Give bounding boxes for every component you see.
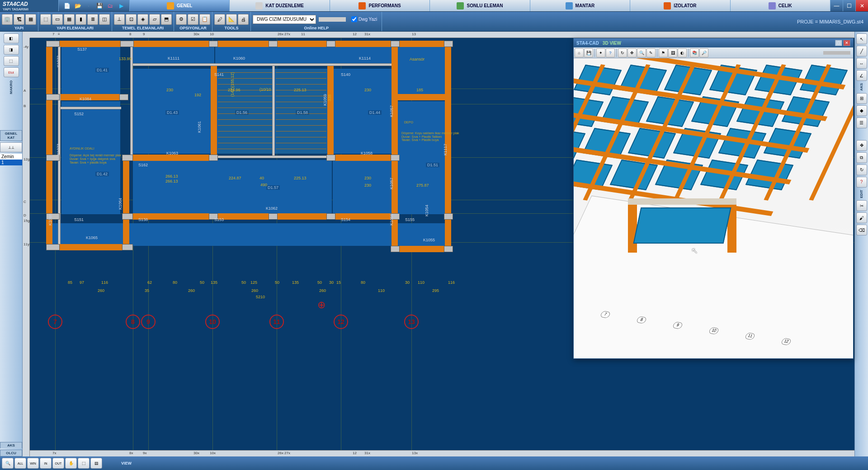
- dwg-yazi-checkbox[interactable]: Dwg Yazi: [349, 16, 380, 22]
- group-yapi-el: ⬚ ▭ ▦ ▮ ≣ ◫ YAPI ELEMANLARI: [38, 12, 112, 31]
- found4-icon[interactable]: ▱: [149, 14, 160, 25]
- pan-icon[interactable]: ✋: [65, 458, 77, 469]
- rotate3d-icon[interactable]: ↻: [618, 48, 627, 57]
- tab-izolator[interactable]: IZOLATOR: [630, 0, 730, 11]
- 3d-icon[interactable]: ⬚: [78, 458, 90, 469]
- opt2-icon[interactable]: ☑: [188, 14, 198, 25]
- open-icon[interactable]: 📂: [73, 1, 82, 10]
- move-icon[interactable]: ✥: [856, 140, 867, 151]
- tab-sonlu[interactable]: SONLU ELEMAN: [429, 0, 529, 11]
- separator: [657, 49, 657, 57]
- zoom-all-icon[interactable]: ALL: [14, 458, 26, 469]
- zoom3d-icon[interactable]: 🔍: [637, 48, 646, 57]
- separator: [616, 49, 617, 57]
- beam-icon[interactable]: ▭: [52, 14, 63, 25]
- found3-icon[interactable]: ◈: [137, 14, 148, 25]
- tab-performans[interactable]: PERFORMANS: [330, 0, 429, 11]
- flag3d-icon[interactable]: ⚑: [659, 48, 668, 57]
- found5-icon[interactable]: ⬒: [161, 14, 172, 25]
- edit3d-icon[interactable]: ✎: [646, 48, 656, 57]
- close-button[interactable]: ✕: [855, 0, 868, 11]
- tree-icon[interactable]: ☰: [856, 118, 867, 128]
- rotate-icon[interactable]: ↻: [856, 164, 867, 175]
- save-as-icon[interactable]: 🗂: [106, 1, 115, 10]
- slab-icon[interactable]: ▦: [64, 14, 75, 25]
- col-icon[interactable]: ⬚: [40, 14, 51, 25]
- panel-3d-viewport[interactable]: ↖789101112: [574, 58, 853, 358]
- tab-mantar[interactable]: MANTAR: [530, 0, 630, 11]
- opt1-icon[interactable]: ⚙: [176, 14, 187, 25]
- tool1-icon[interactable]: 🖊: [214, 14, 225, 25]
- view-label: VIEW: [121, 461, 132, 465]
- book3d-icon[interactable]: 📚: [690, 48, 699, 57]
- project-label: PROJE = MIMARIS_DWG.st4: [797, 12, 868, 31]
- panel-min-button[interactable]: □: [835, 40, 842, 46]
- sep-icon: ·: [84, 1, 93, 10]
- paint-icon[interactable]: 🖌: [856, 212, 867, 223]
- list-item[interactable]: Zemin: [0, 154, 22, 160]
- tab-celik[interactable]: CELIK: [730, 0, 830, 11]
- group-temel: ⊥ ⊡ ◈ ▱ ⬒ TEMEL ELEMANLARI: [112, 12, 174, 31]
- maximize-button[interactable]: ☐: [843, 0, 855, 11]
- building2-icon[interactable]: 🏗: [14, 14, 24, 25]
- found2-icon[interactable]: ⊡: [126, 14, 137, 25]
- angle-icon[interactable]: ∠: [856, 70, 867, 81]
- app-name: STA4CAD: [3, 1, 28, 7]
- panel-3d-title[interactable]: STA4-CAD 3D VIEW □ ✕: [574, 38, 853, 47]
- section-title: GENEL KAT: [0, 130, 22, 141]
- group-label: TEMEL ELEMANLARI: [114, 26, 172, 31]
- opacity-slider[interactable]: [319, 17, 346, 22]
- group-label: YAPI: [2, 26, 36, 31]
- snap-icon[interactable]: ◆: [856, 105, 867, 116]
- opt3-icon[interactable]: 📋: [199, 14, 210, 25]
- run-icon[interactable]: ▶: [117, 1, 126, 10]
- macro-btn-4[interactable]: Etot: [4, 67, 19, 77]
- render3d-icon[interactable]: 🖼: [668, 48, 677, 57]
- zoom-win2-icon[interactable]: WIN: [27, 458, 39, 469]
- macro-btn-2[interactable]: ◨: [4, 45, 19, 55]
- found1-icon[interactable]: ⊥: [114, 14, 125, 25]
- save-icon[interactable]: 💾: [95, 1, 104, 10]
- line-icon[interactable]: ╱: [856, 46, 867, 56]
- panel-close-button[interactable]: ✕: [843, 40, 850, 46]
- view-slider[interactable]: [823, 51, 850, 55]
- list-item[interactable]: 1: [0, 160, 22, 165]
- wall-icon[interactable]: ▮: [75, 14, 86, 25]
- help-icon[interactable]: ?: [856, 177, 867, 188]
- find3d-icon[interactable]: 🔎: [699, 48, 708, 57]
- home3d-icon[interactable]: ⌂: [575, 48, 584, 57]
- tool2-icon[interactable]: 📐: [226, 14, 237, 25]
- zoom-in-icon[interactable]: IN: [40, 458, 52, 469]
- dim-icon[interactable]: ↔: [856, 58, 867, 69]
- macro-btn-3[interactable]: ⬚: [4, 56, 19, 66]
- minimize-button[interactable]: —: [830, 0, 843, 11]
- macro-btn-1[interactable]: ◧: [4, 33, 19, 43]
- building-icon[interactable]: 🏢: [2, 14, 13, 25]
- opening-icon[interactable]: ◫: [99, 14, 110, 25]
- olcu-label: OLCU: [0, 450, 22, 456]
- copy-icon[interactable]: ⧉: [856, 152, 867, 163]
- tab-genel[interactable]: GENEL: [129, 0, 229, 11]
- shade3d-icon[interactable]: ◐: [678, 48, 687, 57]
- left-panel: ◧ ◨ ⬚ Etot MAKRO GENEL KAT ⊥⊥ Zemin 1 AK…: [0, 32, 23, 456]
- ortho-icon[interactable]: ⊞: [856, 93, 867, 104]
- axes3d-icon[interactable]: ✦: [596, 48, 605, 57]
- layers-icon[interactable]: ▤: [90, 458, 102, 469]
- stair-icon[interactable]: ≣: [87, 14, 98, 25]
- save3d-icon[interactable]: 💾: [584, 48, 593, 57]
- cursor-icon[interactable]: ↖: [856, 33, 867, 44]
- erase-icon[interactable]: ⌫: [856, 225, 867, 235]
- floor-filter-btn[interactable]: ⊥⊥: [0, 142, 22, 152]
- tool3-icon[interactable]: 🖨: [238, 14, 249, 25]
- zoom-win-icon[interactable]: 🔍: [2, 458, 14, 469]
- dwg-combo[interactable]: DWG CIZIM IZDUSUMU: [253, 15, 316, 24]
- trim-icon[interactable]: ✂: [856, 200, 867, 211]
- isolator-icon: [664, 2, 671, 9]
- tab-kat[interactable]: KAT DUZENLEME: [229, 0, 329, 11]
- help3d-icon[interactable]: ?: [606, 48, 615, 57]
- move3d-icon[interactable]: ✥: [627, 48, 637, 57]
- grid-icon[interactable]: ▦: [25, 14, 36, 25]
- new-file-icon[interactable]: 📄: [62, 1, 71, 10]
- zoom-out-icon[interactable]: OUT: [52, 458, 64, 469]
- aks-label: AKS: [859, 83, 863, 91]
